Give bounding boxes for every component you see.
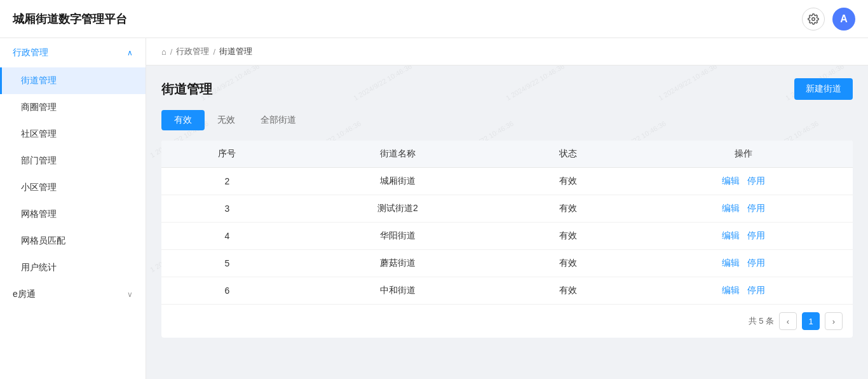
cell-actions: 编辑 停用 [634,168,853,195]
sidebar-group-admin-label: 行政管理 [13,47,48,59]
breadcrumb-sep-2: / [213,47,215,57]
next-page-button[interactable]: › [825,312,843,330]
disable-link[interactable]: 停用 [747,203,765,213]
sidebar-item-gridmatch[interactable]: 网格员匹配 [0,228,146,254]
total-count: 共 5 条 [749,315,774,327]
prev-page-button[interactable]: ‹ [779,312,797,330]
breadcrumb-admin[interactable]: 行政管理 [176,46,209,57]
cell-name: 测试街道2 [293,195,503,223]
cell-status: 有效 [503,250,634,277]
table-header-row: 序号 街道名称 状态 操作 [161,141,853,168]
sidebar-item-community[interactable]: 社区管理 [0,121,146,148]
home-icon[interactable]: ⌂ [161,47,166,57]
breadcrumb: ⌂ / 行政管理 / 街道管理 [146,38,868,65]
sidebar-item-department[interactable]: 部门管理 [0,148,146,174]
cell-status: 有效 [503,168,634,195]
edit-link[interactable]: 编辑 [722,176,740,186]
sidebar-item-userstats[interactable]: 用户统计 [0,254,146,281]
app-title: 城厢街道数字管理平台 [13,11,127,27]
cell-name: 中和街道 [293,277,503,305]
col-actions: 操作 [634,141,853,168]
page-title: 街道管理 [161,81,212,98]
page-area: 1 2024/9/22 10:46:36 1 2024/9/22 10:46:3… [146,65,868,379]
disable-link[interactable]: 停用 [747,285,765,295]
cell-seq: 6 [161,277,293,305]
table-row: 6 中和街道 有效 编辑 停用 [161,277,853,305]
cell-actions: 编辑 停用 [634,250,853,277]
edit-link[interactable]: 编辑 [722,258,740,268]
tab-valid[interactable]: 有效 [161,110,205,130]
svg-point-0 [812,17,815,20]
sidebar-item-street[interactable]: 街道管理 [0,67,146,94]
table-row: 3 测试街道2 有效 编辑 停用 [161,195,853,223]
street-table: 序号 街道名称 状态 操作 2 城厢街道 有效 编辑 停用 [161,141,853,338]
cell-actions: 编辑 停用 [634,223,853,250]
tab-invalid[interactable]: 无效 [205,110,248,130]
cell-status: 有效 [503,195,634,223]
cell-seq: 3 [161,195,293,223]
pagination: 共 5 条 ‹ 1 › [161,305,853,338]
cell-name: 城厢街道 [293,168,503,195]
cell-seq: 4 [161,223,293,250]
settings-button[interactable] [802,8,825,31]
cell-actions: 编辑 停用 [634,195,853,223]
col-name: 街道名称 [293,141,503,168]
cell-status: 有效 [503,277,634,305]
sidebar: 1 2024/9/22 10:46:36 1 2024/9/22 10:46:3… [0,38,146,379]
cell-seq: 5 [161,250,293,277]
chevron-down-icon: ∨ [127,290,133,299]
tab-all[interactable]: 全部街道 [248,110,309,130]
breadcrumb-current: 街道管理 [219,46,252,57]
edit-link[interactable]: 编辑 [722,285,740,295]
chevron-up-icon: ∧ [127,48,133,57]
cell-name: 蘑菇街道 [293,250,503,277]
disable-link[interactable]: 停用 [747,258,765,268]
cell-status: 有效 [503,223,634,250]
cell-actions: 编辑 停用 [634,277,853,305]
body-layout: 1 2024/9/22 10:46:36 1 2024/9/22 10:46:3… [0,38,868,379]
edit-link[interactable]: 编辑 [722,230,740,240]
sidebar-item-grid[interactable]: 网格管理 [0,201,146,228]
tab-bar: 有效 无效 全部街道 [161,110,853,130]
disable-link[interactable]: 停用 [747,230,765,240]
user-avatar[interactable]: A [832,8,855,31]
sidebar-group-admin[interactable]: 行政管理 ∧ [0,38,146,67]
sidebar-item-district[interactable]: 小区管理 [0,174,146,201]
table-row: 5 蘑菇街道 有效 编辑 停用 [161,250,853,277]
cell-seq: 2 [161,168,293,195]
breadcrumb-sep-1: / [170,47,173,57]
gear-icon [808,13,819,25]
cell-name: 华阳街道 [293,223,503,250]
data-table: 序号 街道名称 状态 操作 2 城厢街道 有效 编辑 停用 [161,141,853,305]
edit-link[interactable]: 编辑 [722,203,740,213]
disable-link[interactable]: 停用 [747,176,765,186]
sidebar-item-business[interactable]: 商圈管理 [0,94,146,121]
page-1-button[interactable]: 1 [802,312,820,330]
page-header: 街道管理 新建街道 [161,78,853,100]
main-content: ⌂ / 行政管理 / 街道管理 1 2024/9/22 10:46:36 1 2… [146,38,868,379]
new-street-button[interactable]: 新建街道 [794,78,853,100]
col-status: 状态 [503,141,634,168]
table-row: 2 城厢街道 有效 编辑 停用 [161,168,853,195]
header-actions: A [802,8,855,31]
sidebar-item-eroom[interactable]: e房通 ∨ [0,281,146,308]
app-header: 城厢街道数字管理平台 A [0,0,868,38]
table-row: 4 华阳街道 有效 编辑 停用 [161,223,853,250]
col-seq: 序号 [161,141,293,168]
